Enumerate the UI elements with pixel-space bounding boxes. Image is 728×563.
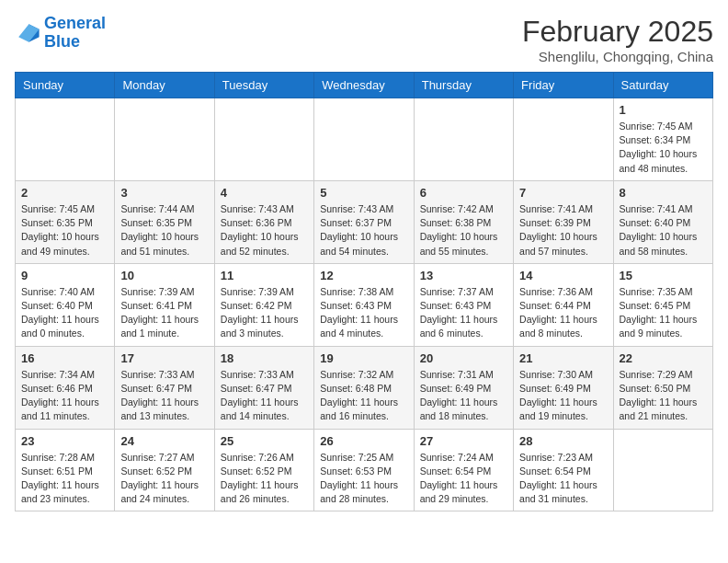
day-number: 16 (21, 351, 108, 365)
calendar-cell: 16Sunrise: 7:34 AM Sunset: 6:46 PM Dayli… (16, 346, 115, 429)
location: Shenglilu, Chongqing, China (522, 49, 713, 64)
calendar-cell: 1Sunrise: 7:45 AM Sunset: 6:34 PM Daylig… (613, 98, 712, 181)
title-section: February 2025 Shenglilu, Chongqing, Chin… (522, 15, 713, 64)
calendar-cell: 22Sunrise: 7:29 AM Sunset: 6:50 PM Dayli… (613, 346, 712, 429)
weekday-header-tuesday: Tuesday (214, 73, 313, 98)
day-number: 6 (420, 186, 507, 200)
calendar-cell: 11Sunrise: 7:39 AM Sunset: 6:42 PM Dayli… (214, 263, 313, 346)
calendar-cell: 10Sunrise: 7:39 AM Sunset: 6:41 PM Dayli… (115, 263, 214, 346)
day-info: Sunrise: 7:38 AM Sunset: 6:43 PM Dayligh… (320, 285, 407, 341)
calendar-cell: 27Sunrise: 7:24 AM Sunset: 6:54 PM Dayli… (414, 429, 513, 511)
page-header: General Blue February 2025 Shenglilu, Ch… (15, 15, 713, 64)
calendar-cell: 8Sunrise: 7:41 AM Sunset: 6:40 PM Daylig… (613, 180, 712, 263)
weekday-header-wednesday: Wednesday (314, 73, 414, 98)
day-info: Sunrise: 7:30 AM Sunset: 6:49 PM Dayligh… (519, 368, 607, 424)
svg-marker-1 (18, 24, 39, 42)
calendar-cell: 20Sunrise: 7:31 AM Sunset: 6:49 PM Dayli… (414, 346, 513, 429)
day-info: Sunrise: 7:34 AM Sunset: 6:46 PM Dayligh… (21, 368, 108, 424)
day-number: 17 (120, 351, 208, 365)
day-info: Sunrise: 7:41 AM Sunset: 6:39 PM Dayligh… (519, 202, 607, 259)
day-info: Sunrise: 7:44 AM Sunset: 6:35 PM Dayligh… (120, 202, 208, 259)
day-number: 13 (420, 269, 507, 282)
day-info: Sunrise: 7:39 AM Sunset: 6:41 PM Dayligh… (120, 285, 208, 341)
calendar-cell: 4Sunrise: 7:43 AM Sunset: 6:36 PM Daylig… (214, 180, 313, 263)
day-number: 10 (120, 269, 208, 282)
calendar-cell: 14Sunrise: 7:36 AM Sunset: 6:44 PM Dayli… (514, 263, 613, 346)
calendar-cell: 26Sunrise: 7:25 AM Sunset: 6:53 PM Dayli… (314, 429, 414, 511)
week-row-5: 23Sunrise: 7:28 AM Sunset: 6:51 PM Dayli… (16, 429, 713, 511)
day-number: 11 (221, 269, 308, 282)
logo-text: General Blue (44, 15, 106, 52)
day-info: Sunrise: 7:45 AM Sunset: 6:34 PM Dayligh… (620, 120, 707, 176)
calendar-cell (613, 429, 712, 511)
week-row-1: 1Sunrise: 7:45 AM Sunset: 6:34 PM Daylig… (16, 98, 713, 181)
day-number: 2 (21, 186, 108, 200)
day-number: 24 (120, 434, 208, 448)
logo: General Blue (15, 15, 106, 52)
day-number: 5 (320, 186, 407, 200)
day-number: 23 (21, 434, 108, 448)
day-number: 28 (519, 434, 607, 448)
calendar-cell: 18Sunrise: 7:33 AM Sunset: 6:47 PM Dayli… (214, 346, 313, 429)
day-number: 15 (620, 269, 707, 282)
day-info: Sunrise: 7:41 AM Sunset: 6:40 PM Dayligh… (620, 202, 707, 259)
day-info: Sunrise: 7:32 AM Sunset: 6:48 PM Dayligh… (320, 368, 407, 424)
day-number: 20 (420, 351, 507, 365)
day-info: Sunrise: 7:42 AM Sunset: 6:38 PM Dayligh… (420, 202, 507, 259)
week-row-4: 16Sunrise: 7:34 AM Sunset: 6:46 PM Dayli… (16, 346, 713, 429)
day-number: 21 (519, 351, 607, 365)
calendar-cell: 24Sunrise: 7:27 AM Sunset: 6:52 PM Dayli… (115, 429, 214, 511)
calendar-cell: 6Sunrise: 7:42 AM Sunset: 6:38 PM Daylig… (414, 180, 513, 263)
day-info: Sunrise: 7:37 AM Sunset: 6:43 PM Dayligh… (420, 285, 507, 341)
calendar-cell: 19Sunrise: 7:32 AM Sunset: 6:48 PM Dayli… (314, 346, 414, 429)
weekday-header-monday: Monday (115, 73, 214, 98)
calendar-cell: 28Sunrise: 7:23 AM Sunset: 6:54 PM Dayli… (514, 429, 613, 511)
day-number: 1 (620, 103, 707, 117)
calendar-cell: 7Sunrise: 7:41 AM Sunset: 6:39 PM Daylig… (514, 180, 613, 263)
day-info: Sunrise: 7:45 AM Sunset: 6:35 PM Dayligh… (21, 202, 108, 259)
week-row-3: 9Sunrise: 7:40 AM Sunset: 6:40 PM Daylig… (16, 263, 713, 346)
calendar-cell (314, 98, 414, 181)
calendar-cell: 17Sunrise: 7:33 AM Sunset: 6:47 PM Dayli… (115, 346, 214, 429)
day-number: 4 (221, 186, 308, 200)
day-info: Sunrise: 7:43 AM Sunset: 6:36 PM Dayligh… (221, 202, 308, 259)
day-number: 22 (620, 351, 707, 365)
week-row-2: 2Sunrise: 7:45 AM Sunset: 6:35 PM Daylig… (16, 180, 713, 263)
calendar-cell: 23Sunrise: 7:28 AM Sunset: 6:51 PM Dayli… (16, 429, 115, 511)
day-info: Sunrise: 7:28 AM Sunset: 6:51 PM Dayligh… (21, 451, 108, 507)
weekday-header-saturday: Saturday (613, 73, 712, 98)
day-info: Sunrise: 7:26 AM Sunset: 6:52 PM Dayligh… (221, 451, 308, 507)
day-info: Sunrise: 7:43 AM Sunset: 6:37 PM Dayligh… (320, 202, 407, 259)
calendar-cell (16, 98, 115, 181)
calendar-cell: 9Sunrise: 7:40 AM Sunset: 6:40 PM Daylig… (16, 263, 115, 346)
day-info: Sunrise: 7:33 AM Sunset: 6:47 PM Dayligh… (221, 368, 308, 424)
calendar-cell (214, 98, 313, 181)
day-info: Sunrise: 7:25 AM Sunset: 6:53 PM Dayligh… (320, 451, 407, 507)
day-info: Sunrise: 7:36 AM Sunset: 6:44 PM Dayligh… (519, 285, 607, 341)
day-number: 27 (420, 434, 507, 448)
calendar-cell (414, 98, 513, 181)
day-number: 12 (320, 269, 407, 282)
calendar: SundayMondayTuesdayWednesdayThursdayFrid… (15, 72, 713, 511)
day-number: 9 (21, 269, 108, 282)
calendar-cell: 21Sunrise: 7:30 AM Sunset: 6:49 PM Dayli… (514, 346, 613, 429)
day-info: Sunrise: 7:29 AM Sunset: 6:50 PM Dayligh… (620, 368, 707, 424)
weekday-header-thursday: Thursday (414, 73, 513, 98)
calendar-cell: 3Sunrise: 7:44 AM Sunset: 6:35 PM Daylig… (115, 180, 214, 263)
day-info: Sunrise: 7:27 AM Sunset: 6:52 PM Dayligh… (120, 451, 208, 507)
calendar-cell: 5Sunrise: 7:43 AM Sunset: 6:37 PM Daylig… (314, 180, 414, 263)
day-info: Sunrise: 7:31 AM Sunset: 6:49 PM Dayligh… (420, 368, 507, 424)
day-number: 8 (620, 186, 707, 200)
day-info: Sunrise: 7:23 AM Sunset: 6:54 PM Dayligh… (519, 451, 607, 507)
month-title: February 2025 (522, 15, 713, 49)
weekday-header-row: SundayMondayTuesdayWednesdayThursdayFrid… (16, 73, 713, 98)
day-number: 19 (320, 351, 407, 365)
day-number: 26 (320, 434, 407, 448)
calendar-cell (115, 98, 214, 181)
calendar-cell: 12Sunrise: 7:38 AM Sunset: 6:43 PM Dayli… (314, 263, 414, 346)
day-info: Sunrise: 7:39 AM Sunset: 6:42 PM Dayligh… (221, 285, 308, 341)
calendar-cell: 2Sunrise: 7:45 AM Sunset: 6:35 PM Daylig… (16, 180, 115, 263)
calendar-cell: 15Sunrise: 7:35 AM Sunset: 6:45 PM Dayli… (613, 263, 712, 346)
weekday-header-friday: Friday (514, 73, 613, 98)
calendar-cell (514, 98, 613, 181)
